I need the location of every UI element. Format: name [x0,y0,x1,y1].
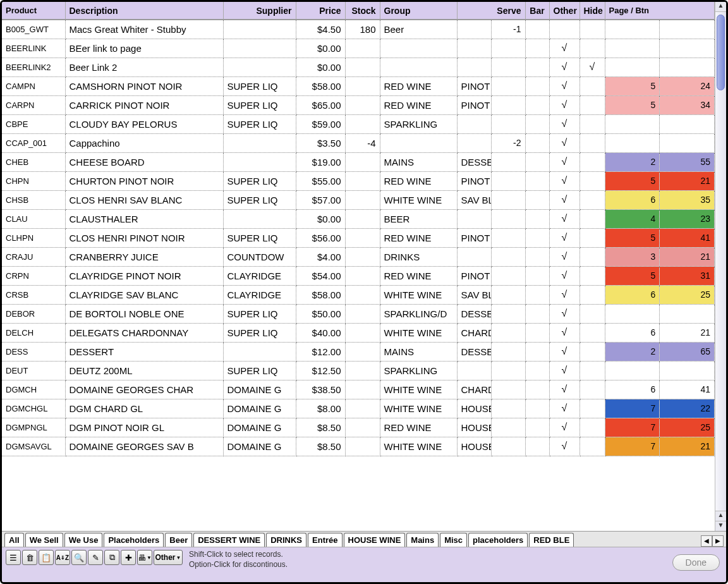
cell-hide[interactable] [579,95,605,114]
cell-serve[interactable]: PINOT NOI [457,171,491,190]
cell-price[interactable]: $55.00 [296,171,345,190]
cell-group[interactable] [380,58,457,76]
cell-hide[interactable] [579,114,605,133]
cell-btn[interactable]: 21 [660,323,715,342]
cell-serve[interactable] [457,20,491,39]
cell-other[interactable]: √ [549,380,579,399]
cell-bar[interactable] [525,171,549,190]
cell-page[interactable]: 5 [605,266,660,285]
cell-bar[interactable] [525,342,549,361]
cell-hide[interactable] [579,361,605,380]
cell-other[interactable]: √ [549,418,579,437]
cell-product[interactable]: DGMPNGL [2,418,65,437]
cell-product[interactable]: BEERLINK [2,39,65,58]
cell-bar[interactable] [525,361,549,380]
cell-price[interactable]: $12.00 [296,342,345,361]
cell-bar[interactable] [525,380,549,399]
cell-product[interactable]: CHEB [2,152,65,171]
cell-serve[interactable] [457,114,491,133]
cell-stock[interactable] [345,76,380,95]
cell-product[interactable]: CHPN [2,171,65,190]
cell-group[interactable]: SPARKLING [380,361,457,380]
table-row[interactable]: DGMCHGLDGM CHARD GLDOMAINE G$8.00WHITE W… [2,399,715,418]
cell-price[interactable]: $56.00 [296,228,345,247]
cell-price[interactable]: $58.00 [296,285,345,304]
tab-beer[interactable]: Beer [165,533,192,547]
cell-desc[interactable]: CLAUSTHALER [65,209,223,228]
cell-desc[interactable]: Beer Link 2 [65,58,223,76]
cell-price[interactable]: $4.00 [296,247,345,266]
cell-page[interactable]: 5 [605,95,660,114]
cell-other[interactable]: √ [549,228,579,247]
cell-hide[interactable] [579,342,605,361]
cell-stock[interactable]: 180 [345,20,380,39]
cell-other[interactable]: √ [549,247,579,266]
cell-serve[interactable] [457,133,491,152]
cell-serve-n[interactable] [491,247,525,266]
cell-page[interactable] [605,20,660,39]
cell-desc[interactable]: DGM CHARD GL [65,399,223,418]
cell-bar[interactable] [525,266,549,285]
cell-product[interactable]: DELCH [2,323,65,342]
cell-group[interactable]: Beer [380,20,457,39]
cell-supp[interactable] [223,133,296,152]
cell-group[interactable]: RED WINE [380,418,457,437]
cell-price[interactable]: $4.50 [296,20,345,39]
cell-serve[interactable]: PINOT NOI [457,95,491,114]
cell-product[interactable]: CRPN [2,266,65,285]
cell-hide[interactable] [579,285,605,304]
tab-mains[interactable]: Mains [406,533,439,547]
cell-supp[interactable]: SUPER LIQ [223,228,296,247]
cell-page[interactable]: 7 [605,418,660,437]
cell-hide[interactable] [579,133,605,152]
col-price[interactable]: Price [296,2,345,20]
cell-group[interactable] [380,39,457,58]
cell-supp[interactable] [223,20,296,39]
table-row[interactable]: CRSBCLAYRIDGE SAV BLANCCLAYRIDGE$58.00WH… [2,285,715,304]
cell-serve[interactable] [457,247,491,266]
cell-stock[interactable] [345,39,380,58]
cell-stock[interactable] [345,58,380,76]
cell-supp[interactable]: SUPER LIQ [223,76,296,95]
table-row[interactable]: B005_GWTMacs Great Whiter - Stubby$4.501… [2,20,715,39]
cell-supp[interactable] [223,39,296,58]
cell-other[interactable]: √ [549,190,579,209]
cell-serve-n[interactable] [491,342,525,361]
cell-serve-n[interactable] [491,399,525,418]
cell-page[interactable]: 6 [605,285,660,304]
cell-hide[interactable] [579,418,605,437]
cell-serve[interactable] [457,361,491,380]
cell-bar[interactable] [525,437,549,456]
cell-supp[interactable]: SUPER LIQ [223,304,296,323]
cell-desc[interactable]: CLAYRIDGE PINOT NOIR [65,266,223,285]
scroll-up-icon[interactable]: ▲ [715,2,726,12]
col-supplier[interactable]: Supplier [223,2,296,20]
cell-page[interactable]: 5 [605,76,660,95]
copy-icon[interactable]: ⧉ [104,550,119,565]
cell-stock[interactable] [345,266,380,285]
cell-desc[interactable]: CLAYRIDGE SAV BLANC [65,285,223,304]
cell-serve[interactable]: DESSERT W [457,304,491,323]
cell-btn[interactable] [660,39,715,58]
cell-stock[interactable] [345,361,380,380]
tab-drinks[interactable]: DRINKS [266,533,306,547]
cell-desc[interactable]: CAMSHORN PINOT NOIR [65,76,223,95]
cell-desc[interactable]: Macs Great Whiter - Stubby [65,20,223,39]
scroll-down-icon[interactable]: ▼ [715,521,726,531]
cell-product[interactable]: CRSB [2,285,65,304]
cell-hide[interactable] [579,380,605,399]
cell-serve[interactable]: HOUSE WI [457,437,491,456]
cell-stock[interactable] [345,190,380,209]
cell-group[interactable]: SPARKLING/D [380,304,457,323]
col-hide[interactable]: Hide [579,2,605,20]
col-page-btn[interactable]: Page / Btn [605,2,715,20]
cell-other[interactable]: √ [549,399,579,418]
cell-btn[interactable] [660,20,715,39]
cell-btn[interactable]: 25 [660,285,715,304]
cell-bar[interactable] [525,399,549,418]
cell-bar[interactable] [525,76,549,95]
cell-price[interactable]: $54.00 [296,266,345,285]
tab-all[interactable]: All [4,533,24,547]
cell-hide[interactable] [579,247,605,266]
cell-supp[interactable]: DOMAINE G [223,437,296,456]
